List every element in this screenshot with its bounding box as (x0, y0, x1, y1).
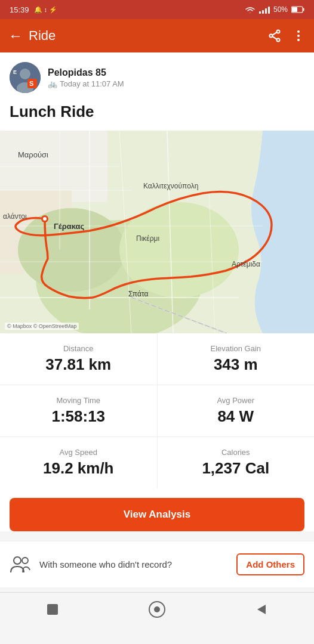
svg-point-44 (14, 557, 21, 564)
user-name: Pelopidas 85 (48, 67, 304, 78)
more-icon[interactable] (291, 29, 306, 43)
calories-label: Calories (167, 448, 305, 457)
stats-row-3: Avg Speed 19.2 km/h Calories 1,237 Cal (0, 437, 314, 488)
svg-rect-2 (292, 7, 297, 12)
top-nav: ← Ride (0, 19, 314, 52)
svg-line-7 (272, 36, 276, 39)
svg-point-48 (154, 606, 160, 612)
signal-icon (259, 5, 270, 14)
svg-point-36 (43, 217, 47, 221)
avatar-image: E S (10, 62, 41, 93)
stats-section: Distance 37.81 km Elevation Gain 343 m M… (0, 333, 314, 531)
elevation-label: Elevation Gain (167, 344, 305, 353)
avg-speed-value: 19.2 km/h (10, 459, 147, 478)
nav-stop-button[interactable] (35, 597, 70, 621)
user-time: 🚲 Today at 11:07 AM (48, 79, 304, 88)
distance-label: Distance (10, 344, 147, 353)
svg-text:Μαρούσι: Μαρούσι (18, 150, 48, 159)
stat-avg-power: Avg Power 84 W (158, 385, 315, 436)
ride-title-section: Lunch Ride (0, 98, 314, 131)
svg-point-8 (297, 30, 300, 33)
svg-point-4 (270, 35, 273, 38)
home-circle-icon (149, 601, 165, 618)
svg-point-9 (297, 35, 300, 37)
avg-power-label: Avg Power (167, 396, 305, 405)
nav-back-button[interactable] (244, 597, 279, 621)
avatar-svg: E S (10, 62, 41, 93)
stat-moving-time: Moving Time 1:58:13 (0, 385, 158, 436)
moving-time-value: 1:58:13 (10, 407, 147, 426)
svg-rect-46 (47, 604, 58, 615)
wifi-icon (245, 6, 255, 14)
status-time: 15:39 🔔 ↕ ⚡ (10, 5, 57, 14)
ride-title: Lunch Ride (10, 103, 304, 121)
with-someone-section: With someone who didn't record? Add Othe… (0, 541, 314, 587)
time-label: Today at 11:07 AM (60, 79, 124, 88)
svg-point-12 (20, 69, 30, 79)
svg-text:αλάντοι: αλάντοι (3, 212, 27, 221)
svg-point-45 (22, 558, 28, 564)
svg-point-10 (297, 39, 300, 41)
stat-avg-speed: Avg Speed 19.2 km/h (0, 437, 158, 488)
stop-icon (45, 602, 60, 617)
battery-icon (291, 6, 304, 13)
svg-text:Αρτέμιδα: Αρτέμιδα (232, 260, 260, 268)
stat-elevation: Elevation Gain 343 m (158, 333, 315, 385)
nav-home-button[interactable] (139, 597, 175, 621)
route-map: Μαρούσι αλάντοι Γέρακας Καλλιτεχνούπολη … (0, 131, 314, 333)
svg-text:Γέρακας: Γέρακας (54, 222, 85, 231)
svg-point-21 (18, 208, 125, 292)
avatar[interactable]: E S (10, 62, 41, 93)
stats-row-1: Distance 37.81 km Elevation Gain 343 m (0, 333, 314, 385)
nav-left: ← Ride (8, 27, 56, 44)
time-display: 15:39 (10, 5, 29, 14)
svg-text:S: S (29, 80, 33, 87)
nav-actions (267, 29, 306, 43)
bike-icon: 🚲 (48, 79, 57, 88)
avg-speed-label: Avg Speed (10, 448, 147, 457)
user-info-card: E S Pelopidas 85 🚲 Today at 11:07 AM Lun… (0, 52, 314, 131)
stats-row-2: Moving Time 1:58:13 Avg Power 84 W (0, 385, 314, 437)
notification-icons: 🔔 ↕ ⚡ (34, 6, 58, 14)
distance-value: 37.81 km (10, 355, 147, 374)
share-icon[interactable] (267, 29, 282, 43)
svg-point-5 (277, 39, 280, 42)
calories-value: 1,237 Cal (167, 459, 305, 478)
with-someone-text: With someone who didn't record? (39, 559, 228, 569)
svg-point-3 (277, 30, 280, 33)
avg-power-value: 84 W (167, 407, 305, 426)
people-icon (10, 556, 31, 574)
map-container[interactable]: Μαρούσι αλάντοι Γέρακας Καλλιτεχνούπολη … (0, 131, 314, 333)
stat-calories: Calories 1,237 Cal (158, 437, 315, 488)
moving-time-label: Moving Time (10, 396, 147, 405)
view-analysis-button[interactable]: View Analysis (10, 498, 304, 531)
back-button[interactable]: ← (8, 27, 23, 44)
status-bar: 15:39 🔔 ↕ ⚡ 50% (0, 0, 314, 19)
map-credit: © Mapbox © OpenStreetMap (5, 323, 79, 330)
page-title: Ride (29, 28, 56, 44)
status-indicators: 50% (245, 5, 304, 14)
stat-distance: Distance 37.81 km (0, 333, 158, 385)
svg-text:E: E (13, 69, 17, 75)
svg-text:Καλλιτεχνούπολη: Καλλιτεχνούπολη (143, 182, 198, 190)
user-info: E S Pelopidas 85 🚲 Today at 11:07 AM (0, 52, 314, 98)
back-triangle-icon (254, 602, 269, 617)
svg-text:Πικέρμι: Πικέρμι (136, 234, 159, 243)
svg-text:Σπάτα: Σπάτα (128, 290, 148, 298)
svg-line-6 (272, 32, 276, 35)
add-others-button[interactable]: Add Others (236, 553, 304, 575)
svg-marker-49 (257, 605, 266, 614)
user-details: Pelopidas 85 🚲 Today at 11:07 AM (48, 67, 304, 88)
battery-display: 50% (273, 5, 288, 14)
elevation-value: 343 m (167, 355, 305, 374)
bottom-nav (0, 592, 314, 626)
svg-rect-1 (303, 8, 304, 11)
